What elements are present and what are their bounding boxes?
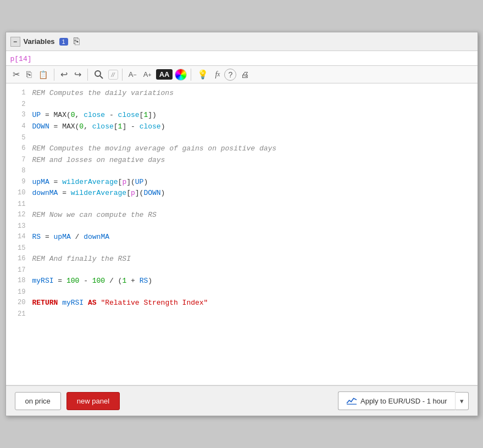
code-line-1: 1 REM Computes the daily variations (6, 88, 478, 99)
search-button[interactable] (92, 69, 106, 81)
separator-2 (87, 69, 88, 81)
bottom-bar: on price new panel Apply to EUR/USD - 1 … (6, 385, 478, 416)
print-button[interactable]: 🖨 (238, 69, 251, 80)
code-line-11: 11 (6, 199, 478, 210)
new-panel-button[interactable]: new panel (66, 392, 120, 410)
code-line-3: 3 UP = MAX(0, close - close[1]) (6, 110, 478, 121)
variables-badge: 1 (59, 38, 68, 46)
code-line-14: 14 RS = upMA / downMA (6, 232, 478, 243)
code-line-9: 9 upMA = wilderAverage[p](UP) (6, 177, 478, 188)
apply-section: Apply to EUR/USD - 1 hour ▾ (338, 391, 469, 410)
font-increase-button[interactable]: A+ (141, 69, 154, 80)
undo-button[interactable]: ↩ (58, 68, 70, 81)
code-line-10: 10 downMA = wilderAverage[p](DOWN) (6, 188, 478, 199)
code-line-21: 21 (6, 309, 478, 320)
separator-4 (191, 69, 191, 81)
code-line-6: 6 REM Computes the moving average of gai… (6, 143, 478, 155)
on-price-button[interactable]: on price (15, 392, 61, 410)
main-window: − Variables 1 ⎘ p[14] ✂ ⎘ 📋 ↩ ↪ // A− A+… (5, 32, 478, 416)
color-wheel-icon[interactable] (175, 69, 187, 81)
window-title: Variables (24, 37, 55, 46)
fx-button[interactable]: fx (213, 69, 222, 80)
code-line-2: 2 (6, 99, 478, 110)
bulb-button[interactable]: 💡 (195, 68, 210, 81)
copy-button[interactable]: ⎘ (24, 69, 34, 81)
redo-button[interactable]: ↪ (72, 68, 84, 81)
code-line-13: 13 (6, 221, 478, 232)
aa-button[interactable]: AA (156, 69, 173, 80)
svg-point-0 (95, 71, 101, 76)
apply-dropdown-button[interactable]: ▾ (455, 392, 469, 410)
paste-button[interactable]: 📋 (36, 69, 50, 80)
separator-3 (122, 69, 123, 81)
code-line-5: 5 (6, 133, 478, 143)
title-bar: − Variables 1 ⎘ (6, 32, 478, 51)
collapse-button[interactable]: − (10, 37, 20, 47)
code-line-18: 18 myRSI = 100 - 100 / (1 + RS) (6, 276, 478, 287)
code-line-15: 15 (6, 243, 478, 254)
export-icon[interactable]: ⎘ (74, 36, 80, 47)
comment-button[interactable]: // (108, 70, 118, 80)
code-line-16: 16 REM And finally the RSI (6, 254, 478, 265)
separator-1 (54, 69, 54, 81)
apply-label: Apply to EUR/USD - 1 hour (360, 397, 447, 405)
variable-bar: p[14] (6, 51, 478, 66)
variable-label: p[14] (10, 55, 32, 63)
code-line-8: 8 (6, 166, 478, 176)
help-button[interactable]: ? (224, 69, 236, 81)
cut-button[interactable]: ✂ (10, 68, 22, 81)
code-line-4: 4 DOWN = MAX(0, close[1] - close) (6, 121, 478, 133)
chart-icon (346, 396, 357, 405)
font-decrease-button[interactable]: A− (126, 69, 139, 80)
code-line-19: 19 (6, 287, 478, 298)
code-line-20: 20 RETURN myRSI AS "Relative Strength In… (6, 298, 478, 309)
search-icon (94, 70, 104, 80)
code-line-12: 12 REM Now we can compute the RS (6, 210, 478, 221)
toolbar: ✂ ⎘ 📋 ↩ ↪ // A− A+ AA 💡 fx ? 🖨 (6, 66, 478, 83)
svg-line-1 (100, 76, 103, 79)
code-line-7: 7 REM and losses on negative days (6, 155, 478, 166)
code-line-17: 17 (6, 265, 478, 276)
code-editor[interactable]: 1 REM Computes the daily variations 2 3 … (6, 83, 478, 385)
apply-button[interactable]: Apply to EUR/USD - 1 hour (338, 391, 455, 410)
